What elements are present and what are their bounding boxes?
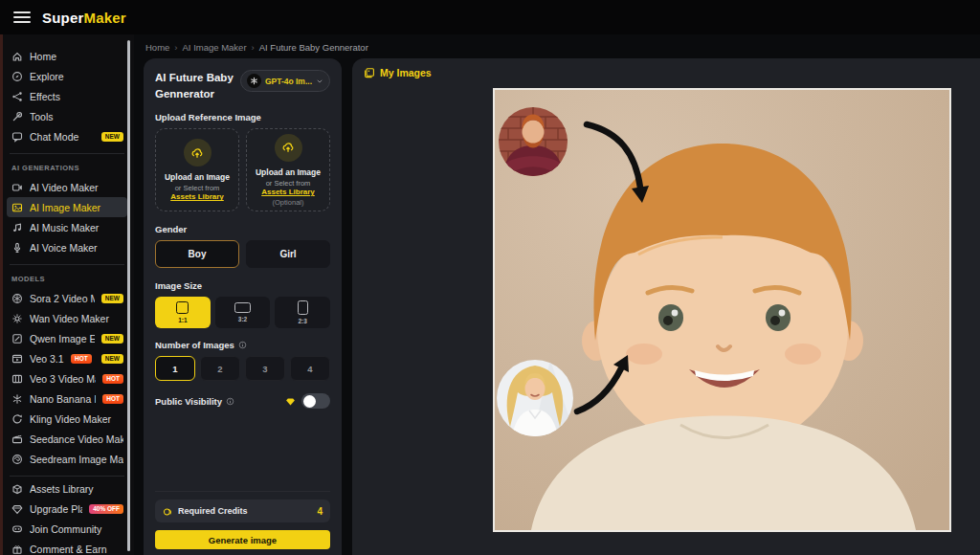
breadcrumb-ai-image-maker[interactable]: AI Image Maker (183, 42, 247, 53)
sidebar-item-wan-video-maker[interactable]: Wan Video Maker (7, 308, 127, 328)
breadcrumb-separator: › (252, 42, 255, 53)
app-logo[interactable]: SuperMaker (42, 10, 126, 26)
future-baby-generated-image[interactable] (493, 88, 951, 532)
landscape-ratio-icon (234, 302, 251, 313)
size-option-3-2[interactable]: 3:2 (215, 297, 271, 328)
sidebar-item-label: Seedance Video Maker (30, 433, 123, 445)
upload-box-parent2[interactable]: Upload an Image or Select from Assets Li… (246, 128, 330, 211)
sidebar-item-seedream-image-maker[interactable]: Seedream Image Maker (7, 449, 127, 469)
logo-part-maker: Maker (84, 10, 126, 26)
toggle-knob (303, 395, 316, 408)
diamond-icon (11, 503, 23, 515)
portrait-ratio-icon (298, 300, 308, 315)
public-visibility-toggle[interactable] (301, 393, 330, 409)
chat-icon (11, 131, 23, 143)
sidebar-item-effects[interactable]: Effects (7, 86, 127, 106)
sidebar-item-assets-library[interactable]: Assets Library (7, 478, 127, 499)
discord-icon (11, 523, 23, 535)
upload-box-subtitle: or Select from (266, 179, 311, 188)
qwen-icon (11, 333, 23, 344)
sidebar-divider (10, 476, 124, 477)
app-window: SuperMaker Home Explore Effects Tools Ch… (0, 0, 980, 555)
assets-library-link[interactable]: Assets Library (261, 188, 315, 196)
sidebar-item-label: Seedream Image Maker (30, 454, 123, 465)
new-badge: NEW (101, 334, 123, 344)
required-credits-bar: Required Credits 4 (155, 500, 330, 522)
size-option-1-1[interactable]: 1:1 (155, 297, 211, 328)
upload-box-title: Upload an Image (165, 172, 230, 182)
sidebar-item-label: Chat Mode (30, 131, 95, 143)
sidebar-item-kling-video-maker[interactable]: Kling Video Maker (7, 409, 127, 429)
number-of-images-label: Number of Images (155, 340, 330, 350)
model-selector-value: GPT-4o Im... (265, 77, 312, 86)
info-icon[interactable] (238, 341, 247, 349)
sidebar-item-label: AI Image Maker (30, 202, 123, 213)
breadcrumb: Home › AI Image Maker › AI Future Baby G… (145, 42, 368, 53)
sidebar-item-upgrade-plan[interactable]: Upgrade Plan 40% OFF (7, 499, 127, 519)
sidebar-item-seedance-video-maker[interactable]: Seedance Video Maker (7, 429, 127, 449)
sidebar-item-tools[interactable]: Tools (7, 106, 127, 126)
cloud-upload-icon (184, 139, 212, 166)
effects-icon (11, 91, 23, 102)
sidebar-item-label: Veo 3.1 Video Maker (30, 353, 64, 365)
kling-icon (11, 413, 23, 425)
sidebar-item-ai-music-maker[interactable]: AI Music Maker (7, 217, 127, 237)
new-badge: NEW (101, 294, 123, 303)
sidebar-item-label: Explore (30, 71, 123, 82)
sidebar-item-label: Nano Banana Image Maker (30, 393, 96, 405)
sidebar-item-label: Veo 3 Video Maker (30, 373, 96, 385)
hamburger-menu-icon[interactable] (13, 11, 31, 23)
generator-form-panel: AI Future Baby Gennerator GPT-4o Im... U… (144, 58, 342, 555)
sidebar-item-ai-video-maker[interactable]: AI Video Maker (7, 177, 127, 197)
count-option-3[interactable]: 3 (245, 356, 285, 381)
info-icon[interactable] (226, 397, 234, 406)
music-icon (11, 222, 23, 233)
generate-image-button[interactable]: Generate image (155, 530, 330, 549)
home-icon (11, 51, 23, 62)
seedance-icon (11, 433, 23, 445)
sidebar-item-home[interactable]: Home (7, 46, 127, 66)
gift-icon (11, 544, 23, 555)
size-option-2-3[interactable]: 2:3 (275, 297, 330, 328)
required-credits-value: 4 (317, 506, 323, 517)
breadcrumb-home[interactable]: Home (145, 42, 169, 53)
count-option-2[interactable]: 2 (200, 356, 240, 381)
my-images-header: My Images (364, 67, 432, 78)
count-option-1[interactable]: 1 (155, 356, 195, 381)
sidebar-item-qwen-image-edit[interactable]: Qwen Image Edit NEW (7, 328, 127, 348)
sidebar-item-veo-3-video-maker[interactable]: Veo 3 Video Maker HOT (7, 368, 127, 388)
sidebar-item-ai-voice-maker[interactable]: AI Voice Maker (7, 237, 127, 257)
sidebar-item-chat-mode[interactable]: Chat Mode NEW (7, 126, 127, 146)
breadcrumb-current-page: AI Future Baby Gennerator (259, 42, 368, 53)
assets-library-link[interactable]: Assets Library (170, 192, 224, 201)
gender-option-boy[interactable]: Boy (155, 240, 239, 268)
breadcrumb-separator: › (174, 42, 177, 53)
left-edge-accent (0, 34, 3, 555)
sidebar-item-join-community[interactable]: Join Community (7, 519, 127, 539)
sidebar-item-sora-2-video-maker[interactable]: Sora 2 Video Maker NEW (7, 288, 127, 308)
sidebar-item-ai-image-maker[interactable]: AI Image Maker (7, 197, 127, 217)
sidebar-item-veo-31-video-maker[interactable]: Veo 3.1 Video Maker HOT NEW (7, 348, 127, 368)
seedream-icon (11, 454, 23, 465)
upload-box-parent1[interactable]: Upload an Image or Select from Assets Li… (155, 128, 239, 211)
mic-icon (11, 242, 23, 254)
count-option-4[interactable]: 4 (290, 356, 330, 381)
sidebar-item-label: Assets Library (30, 483, 123, 495)
film-icon (11, 373, 23, 385)
hot-badge: HOT (102, 394, 123, 404)
veo-play-icon (11, 353, 23, 365)
public-visibility-text: Public Visibility (155, 396, 222, 407)
model-selector-dropdown[interactable]: GPT-4o Im... (240, 70, 330, 92)
upload-reference-label: Upload Reference Image (155, 112, 330, 122)
number-of-images-text: Number of Images (155, 340, 234, 350)
upload-box-title: Upload an Image (256, 167, 321, 177)
size-option-label: 1:1 (178, 317, 187, 323)
required-credits-label: Required Credits (178, 506, 248, 516)
sidebar-item-label: Qwen Image Edit (30, 333, 95, 344)
sidebar-item-nano-banana-image-maker[interactable]: Nano Banana Image Maker HOT (7, 388, 127, 409)
sidebar-scrollbar[interactable] (127, 40, 130, 551)
my-images-panel: My Images (352, 58, 980, 555)
sidebar-item-comment-earn[interactable]: Comment & Earn (7, 539, 127, 555)
gender-option-girl[interactable]: Girl (246, 240, 330, 268)
sidebar-item-explore[interactable]: Explore (7, 66, 127, 86)
